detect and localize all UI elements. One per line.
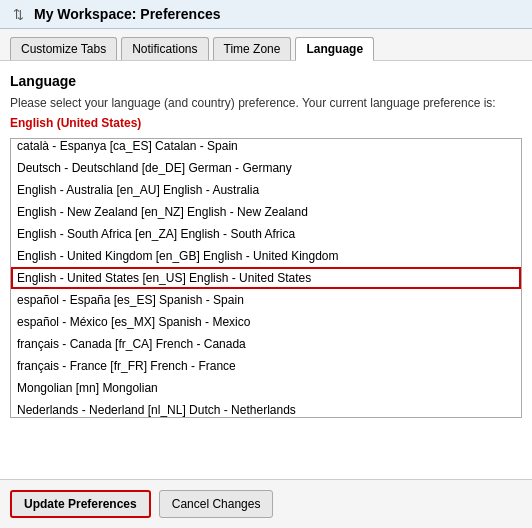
list-item[interactable]: English - New Zealand [en_NZ] English - … bbox=[11, 201, 521, 223]
list-item[interactable]: français - Canada [fr_CA] French - Canad… bbox=[11, 333, 521, 355]
list-item[interactable]: English - South Africa [en_ZA] English -… bbox=[11, 223, 521, 245]
title-bar: ⇅ My Workspace: Preferences bbox=[0, 0, 532, 29]
tab-time-zone[interactable]: Time Zone bbox=[213, 37, 292, 60]
language-description: Please select your language (and country… bbox=[10, 95, 522, 112]
list-item[interactable]: español - México [es_MX] Spanish - Mexic… bbox=[11, 311, 521, 333]
list-item[interactable]: Nederlands - Nederland [nl_NL] Dutch - N… bbox=[11, 399, 521, 418]
list-item[interactable]: Mongolian [mn] Mongolian bbox=[11, 377, 521, 399]
update-preferences-button[interactable]: Update Preferences bbox=[10, 490, 151, 518]
page-title: My Workspace: Preferences bbox=[34, 6, 221, 22]
list-item[interactable]: français - France [fr_FR] French - Franc… bbox=[11, 355, 521, 377]
language-list[interactable]: Basque [eu] Basquecatalà - Espanya [ca_E… bbox=[10, 138, 522, 418]
list-item[interactable]: español - España [es_ES] Spanish - Spain bbox=[11, 289, 521, 311]
list-item[interactable]: English - United Kingdom [en_GB] English… bbox=[11, 245, 521, 267]
content-area: Language Please select your language (an… bbox=[0, 61, 532, 430]
list-item[interactable]: Deutsch - Deutschland [de_DE] German - G… bbox=[11, 157, 521, 179]
list-item[interactable]: català - Espanya [ca_ES] Catalan - Spain bbox=[11, 138, 521, 157]
list-item[interactable]: English - United States [en_US] English … bbox=[11, 267, 521, 289]
cancel-changes-button[interactable]: Cancel Changes bbox=[159, 490, 274, 518]
page-wrapper: ⇅ My Workspace: Preferences Customize Ta… bbox=[0, 0, 532, 528]
section-title: Language bbox=[10, 73, 522, 89]
list-item[interactable]: English - Australia [en_AU] English - Au… bbox=[11, 179, 521, 201]
tabs-bar: Customize Tabs Notifications Time Zone L… bbox=[0, 29, 532, 61]
workspace-icon: ⇅ bbox=[10, 6, 26, 22]
tab-notifications[interactable]: Notifications bbox=[121, 37, 208, 60]
footer: Update Preferences Cancel Changes bbox=[0, 479, 532, 528]
current-language: English (United States) bbox=[10, 116, 522, 130]
tab-customize-tabs[interactable]: Customize Tabs bbox=[10, 37, 117, 60]
tab-language[interactable]: Language bbox=[295, 37, 374, 61]
